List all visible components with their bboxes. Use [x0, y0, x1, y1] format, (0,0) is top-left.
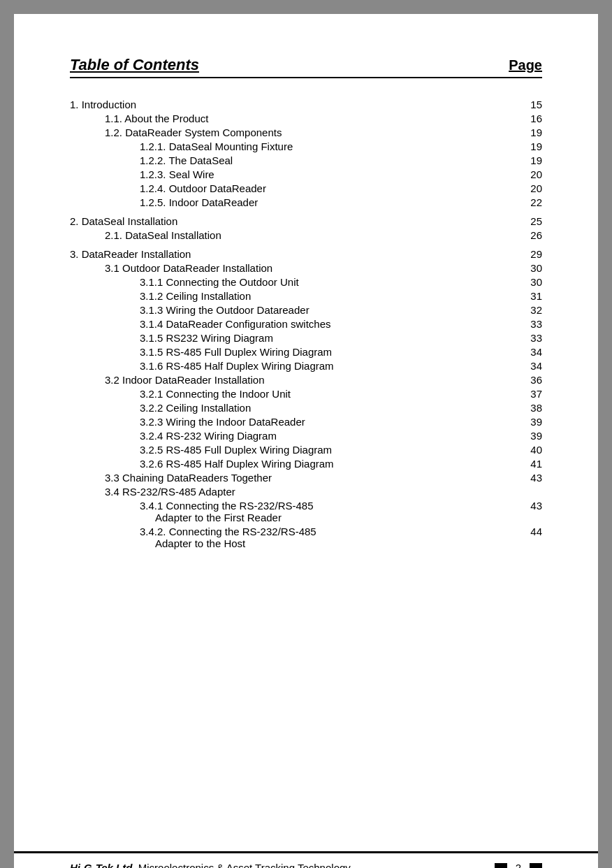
list-item: 3.3 Chaining DataReaders Together43	[70, 472, 542, 483]
entry-text: 1.2.2. The DataSeal	[140, 155, 233, 166]
entry-page: 33	[525, 319, 542, 329]
list-item: 3.2.1 Connecting the Indoor Unit37	[70, 389, 542, 399]
entry-page: 41	[525, 458, 542, 469]
list-item: 1.2.4. Outdoor DataReader20	[70, 183, 542, 194]
list-item: 3.4 RS-232/RS-485 Adapter	[70, 486, 542, 497]
list-item: 1.2.5. Indoor DataReader22	[70, 197, 542, 208]
entry-page: 29	[525, 249, 542, 259]
entry-text: 1.2.5. Indoor DataReader	[140, 197, 258, 208]
list-item: 1.1. About the Product16	[70, 113, 542, 124]
entry-text: 3.2.5 RS-485 Full Duplex Wiring Diagram	[140, 444, 332, 455]
entry-text: 3.1.5 RS-485 Full Duplex Wiring Diagram	[140, 347, 332, 357]
entry-page: 44	[525, 526, 542, 537]
list-item: 2.1. DataSeal Installation26	[70, 230, 542, 240]
entry-text: 3.1.5 RS232 Wiring Diagram	[140, 333, 273, 343]
entry-page: 15	[525, 99, 542, 110]
page: Table of Contents Page 1. Introduction15…	[14, 14, 598, 868]
toc-entries: 1. Introduction151.1. About the Product1…	[70, 99, 542, 549]
list-item: 3.1.1 Connecting the Outdoor Unit30	[70, 277, 542, 287]
footer-tagline: Microelectronics & Asset Tracking Techno…	[138, 862, 351, 868]
list-item: 3.4.2. Connecting the RS-232/RS-48544Ada…	[70, 526, 542, 549]
entry-page: 34	[525, 347, 542, 357]
toc-page-label: Page	[509, 57, 542, 73]
list-item: 3.4.1 Connecting the RS-232/RS-48543Adap…	[70, 500, 542, 523]
entry-page: 20	[525, 183, 542, 194]
list-item: 1.2.2. The DataSeal19	[70, 155, 542, 166]
entry-text: 3.1.3 Wiring the Outdoor Datareader	[140, 305, 309, 315]
list-item: 1.2.3. Seal Wire20	[70, 169, 542, 180]
list-item: 3.1.5 RS232 Wiring Diagram33	[70, 333, 542, 343]
entry-text: 1.2.1. DataSeal Mounting Fixture	[140, 141, 293, 152]
entry-text: 2. DataSeal Installation	[70, 216, 177, 226]
entry-text: 3.4.1 Connecting the RS-232/RS-485	[140, 500, 314, 511]
entry-page: 19	[525, 127, 542, 138]
footer-block-right	[530, 863, 542, 869]
list-item: 3.2.4 RS-232 Wiring Diagram39	[70, 431, 542, 441]
entry-text: 2.1. DataSeal Installation	[105, 230, 221, 240]
entry-page: 43	[525, 500, 542, 511]
toc-header: Table of Contents Page	[70, 56, 542, 78]
entry-text: 3.2.3 Wiring the Indoor DataReader	[140, 417, 305, 427]
entry-continuation: Adapter to the Host	[70, 538, 542, 549]
entry-text: 1.1. About the Product	[105, 113, 208, 124]
entry-text: 1. Introduction	[70, 99, 136, 110]
list-item: 3.1.4 DataReader Configuration switches3…	[70, 319, 542, 329]
list-item: 3.1.5 RS-485 Full Duplex Wiring Diagram3…	[70, 347, 542, 357]
entry-page: 37	[525, 389, 542, 399]
entry-page: 43	[525, 472, 542, 483]
list-item: 3.1 Outdoor DataReader Installation30	[70, 263, 542, 273]
list-item: 3.2.6 RS-485 Half Duplex Wiring Diagram4…	[70, 458, 542, 469]
entry-page: 39	[525, 431, 542, 441]
entry-page: 38	[525, 403, 542, 413]
entry-text: 3.1 Outdoor DataReader Installation	[105, 263, 272, 273]
entry-text: 3.2.4 RS-232 Wiring Diagram	[140, 431, 277, 441]
entry-page: 34	[525, 361, 542, 371]
entry-page: 19	[525, 141, 542, 152]
list-item: 3. DataReader Installation29	[70, 249, 542, 259]
entry-text: 3. DataReader Installation	[70, 249, 191, 259]
entry-page: 25	[525, 216, 542, 226]
footer-block-left	[495, 863, 507, 869]
list-item: 1. Introduction15	[70, 99, 542, 110]
entry-page: 20	[525, 169, 542, 180]
entry-text: 1.2. DataReader System Components	[105, 127, 282, 138]
footer-page-number: 2	[516, 862, 521, 868]
entry-text: 3.4.2. Connecting the RS-232/RS-485	[140, 526, 316, 537]
list-item: 3.2.2 Ceiling Installation38	[70, 403, 542, 413]
entry-page: 36	[525, 375, 542, 385]
entry-page: 26	[525, 230, 542, 240]
entry-text: 1.2.4. Outdoor DataReader	[140, 183, 266, 194]
entry-text: 3.2 Indoor DataReader Installation	[105, 375, 264, 385]
entry-page: 30	[525, 263, 542, 273]
entry-page: 32	[525, 305, 542, 315]
toc-title: Table of Contents	[70, 56, 199, 74]
entry-text: 3.1.6 RS-485 Half Duplex Wiring Diagram	[140, 361, 334, 371]
list-item: 3.2.5 RS-485 Full Duplex Wiring Diagram4…	[70, 444, 542, 455]
list-item: 1.2.1. DataSeal Mounting Fixture19	[70, 141, 542, 152]
entry-text: 3.1.2 Ceiling Installation	[140, 291, 251, 301]
entry-continuation: Adapter to the First Reader	[70, 512, 542, 523]
list-item: 3.1.2 Ceiling Installation31	[70, 291, 542, 301]
entry-page: 22	[525, 197, 542, 208]
entry-text: 3.3 Chaining DataReaders Together	[105, 472, 272, 483]
entry-page: 39	[525, 417, 542, 427]
entry-page: 16	[525, 113, 542, 124]
entry-text: 3.1.1 Connecting the Outdoor Unit	[140, 277, 299, 287]
page-footer: Hi-G-Tek Ltd. Microelectronics & Asset T…	[14, 851, 598, 868]
list-item: 2. DataSeal Installation25	[70, 216, 542, 226]
entry-page: 40	[525, 444, 542, 455]
entry-page: 30	[525, 277, 542, 287]
footer-left: Hi-G-Tek Ltd. Microelectronics & Asset T…	[70, 862, 351, 868]
footer-brand: Hi-G-Tek Ltd.	[70, 862, 136, 868]
entry-text: 3.1.4 DataReader Configuration switches	[140, 319, 331, 329]
entry-page: 33	[525, 333, 542, 343]
list-item: 3.2 Indoor DataReader Installation36	[70, 375, 542, 385]
list-item: 3.2.3 Wiring the Indoor DataReader39	[70, 417, 542, 427]
page-content: Table of Contents Page 1. Introduction15…	[14, 14, 598, 851]
entry-text: 3.2.6 RS-485 Half Duplex Wiring Diagram	[140, 458, 334, 469]
entry-text: 3.2.1 Connecting the Indoor Unit	[140, 389, 291, 399]
list-item: 3.1.6 RS-485 Half Duplex Wiring Diagram3…	[70, 361, 542, 371]
entry-page: 31	[525, 291, 542, 301]
entry-text: 1.2.3. Seal Wire	[140, 169, 214, 180]
list-item: 3.1.3 Wiring the Outdoor Datareader32	[70, 305, 542, 315]
